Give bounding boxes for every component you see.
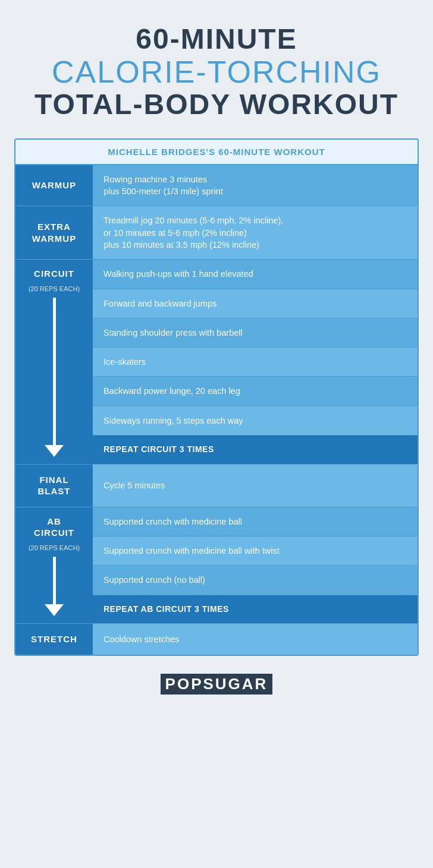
final-blast-content: Cycle 5 minutes — [93, 465, 418, 507]
circuit-item-4: Ice-skaters — [93, 348, 418, 377]
ab-repeat: REPEAT AB CIRCUIT 3 TIMES — [93, 595, 418, 624]
circuit-item-2: Forward and backward jumps — [93, 289, 418, 318]
circuit-section: CIRCUIT (20 REPS EACH) Walking push-ups … — [15, 260, 418, 464]
extra-warmup-content: Treadmill jog 20 minutes (5-6 mph, 2% in… — [93, 206, 418, 259]
circuit-item-3: Standing shoulder press with barbell — [93, 318, 418, 348]
brand-name: POPSUGAR — [161, 674, 273, 695]
stretch-content: Cooldown stretches — [93, 624, 418, 655]
ab-repeat-text: REPEAT AB CIRCUIT 3 TIMES — [93, 595, 418, 624]
warmup-content: Rowing machine 3 minutesplus 500-meter (… — [93, 165, 418, 206]
warmup-row: WARMUP Rowing machine 3 minutesplus 500-… — [15, 165, 418, 207]
ab-circuit-rows: Supported crunch with medicine ball Supp… — [93, 507, 418, 623]
ab-circuit-label: ABCIRCUIT — [29, 507, 79, 544]
ab-circuit-section: ABCIRCUIT (20 REPS EACH) Supported crunc… — [15, 507, 418, 624]
extra-warmup-row: EXTRAWARMUP Treadmill jog 20 minutes (5-… — [15, 206, 418, 260]
circuit-repeat: REPEAT CIRCUIT 3 TIMES — [93, 435, 418, 464]
title-line1: 60-MINUTE — [34, 24, 399, 55]
table-header: MICHELLE BRIDGES'S 60-MINUTE WORKOUT — [15, 140, 418, 165]
circuit-repeat-text: REPEAT CIRCUIT 3 TIMES — [93, 435, 418, 464]
circuit-item-6-text: Sideways running, 5 steps each way — [93, 406, 418, 435]
title-block: 60-MINUTE CALORIE-TORCHING TOTAL-BODY WO… — [34, 24, 399, 121]
title-line2: CALORIE-TORCHING — [34, 55, 399, 89]
circuit-label-col: CIRCUIT (20 REPS EACH) — [15, 260, 93, 463]
final-blast-label: FINALBLAST — [15, 465, 93, 507]
circuit-item-4-text: Ice-skaters — [93, 348, 418, 376]
stretch-row: STRETCH Cooldown stretches — [15, 624, 418, 655]
circuit-rows: Walking push-ups with 1 hand elevated Fo… — [93, 260, 418, 463]
circuit-item-6: Sideways running, 5 steps each way — [93, 406, 418, 435]
circuit-item-2-text: Forward and backward jumps — [93, 289, 418, 318]
stretch-label: STRETCH — [15, 624, 93, 655]
ab-item-3-text: Supported crunch (no ball) — [93, 566, 418, 594]
ab-circuit-sublabel: (20 REPS EACH) — [24, 544, 84, 557]
ab-item-1-text: Supported crunch with medicine ball — [93, 507, 418, 536]
circuit-label: CIRCUIT — [29, 260, 79, 285]
ab-item-2: Supported crunch with medicine ball with… — [93, 536, 418, 566]
brand-logo: POPSUGAR — [161, 674, 273, 695]
title-line3: TOTAL-BODY WORKOUT — [34, 89, 399, 121]
circuit-item-5-text: Backward power lunge, 20 each leg — [93, 377, 418, 405]
circuit-item-1-text: Walking push-ups with 1 hand elevated — [93, 260, 418, 288]
ab-item-2-text: Supported crunch with medicine ball with… — [93, 536, 418, 565]
warmup-label: WARMUP — [15, 165, 93, 206]
workout-table: MICHELLE BRIDGES'S 60-MINUTE WORKOUT WAR… — [14, 138, 419, 656]
extra-warmup-label: EXTRAWARMUP — [15, 206, 93, 259]
circuit-item-5: Backward power lunge, 20 each leg — [93, 377, 418, 406]
ab-circuit-label-col: ABCIRCUIT (20 REPS EACH) — [15, 507, 93, 623]
final-blast-row: FINALBLAST Cycle 5 minutes — [15, 465, 418, 507]
ab-item-1: Supported crunch with medicine ball — [93, 507, 418, 536]
circuit-sublabel: (20 REPS EACH) — [24, 285, 84, 298]
ab-item-3: Supported crunch (no ball) — [93, 566, 418, 595]
circuit-item-1: Walking push-ups with 1 hand elevated — [93, 260, 418, 289]
circuit-item-3-text: Standing shoulder press with barbell — [93, 318, 418, 347]
